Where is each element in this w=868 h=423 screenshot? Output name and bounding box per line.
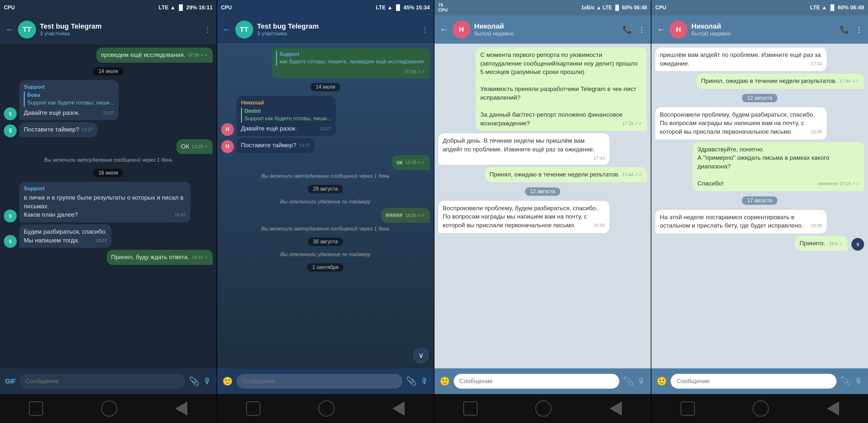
nav-circle-3[interactable]: [535, 400, 552, 417]
header-info-1: Test bug Telegram 3 участника: [40, 22, 200, 37]
back-button-3[interactable]: ←: [440, 24, 448, 35]
nav-circle-4[interactable]: [753, 400, 769, 417]
mic-icon-3[interactable]: 🎙: [637, 376, 646, 386]
sender-avatar: Н: [221, 140, 234, 153]
header-info-4: Николай был(а) недавно: [691, 22, 836, 37]
back-button-2[interactable]: ←: [222, 24, 231, 35]
nav-circle-2[interactable]: [318, 400, 335, 417]
bubble: ОК 13:29 ✓: [177, 139, 213, 154]
attach-icon-1[interactable]: 📎: [189, 376, 199, 386]
system-msg: Вы отключили удаление по таймеру: [221, 198, 430, 206]
quoted-msg: Бова Support как будете готовы, пиши...: [24, 92, 114, 107]
chat-header-2: ← TT Test bug Telegram 3 участника ⋮: [217, 16, 434, 44]
message-input-2[interactable]: [237, 374, 402, 389]
msg-time: 15:6 ✓: [829, 241, 843, 247]
msg-time: 13:27: [103, 110, 114, 116]
msg-time: 13:29 ✓: [192, 144, 208, 150]
message-input-1[interactable]: [20, 374, 185, 389]
attach-icon-4[interactable]: 📎: [840, 376, 850, 386]
date-label: 12 августа: [525, 187, 560, 196]
date-sep: 14 июля: [4, 67, 213, 75]
msg-text: На этой неделе постараемся сориентироват…: [660, 214, 803, 229]
quoted-text: Support как будете готовы, пиши...: [245, 115, 331, 122]
bubble: Принял, буду ждать ответа. 16:10 ✓: [107, 250, 213, 265]
msg-time: 13:27: [320, 126, 331, 132]
nav-square-4[interactable]: [681, 401, 695, 416]
bubble: С момента первого репорта по уязвимости …: [476, 48, 647, 131]
msg-text: Воспроизвели проблему, будем разбираться…: [660, 111, 815, 135]
back-button-4[interactable]: ←: [656, 24, 665, 35]
nav-bar-2: [217, 394, 434, 423]
messages-2: Support как будете готовы, пишите, прове…: [217, 44, 434, 368]
nav-triangle-4[interactable]: [827, 401, 839, 416]
header-info-3: Николай был(а) недавно: [474, 22, 619, 37]
more-icon-3[interactable]: ⋮: [638, 25, 646, 34]
call-icon-4[interactable]: 📞: [840, 25, 849, 34]
chat-avatar-4: Н: [670, 21, 687, 38]
msg-row: Воспроизвели проблему, будем разбираться…: [438, 201, 647, 233]
bubble: На этой неделе постараемся сориентироват…: [655, 210, 827, 233]
msg-row: Принято. 15:6 ✓ ∨: [655, 236, 864, 251]
nav-square-2[interactable]: [246, 401, 260, 416]
sticker-icon-4[interactable]: 🙂: [656, 376, 667, 386]
chat-avatar-3: Н: [453, 21, 470, 38]
bubble: ок 13:29 ✓✓: [392, 155, 430, 170]
msg-text: Принял, буду ждать ответа.: [111, 253, 189, 260]
status-right-1: LTE ▲ ▐▌ 29% 16:11: [159, 4, 213, 11]
nav-square-1[interactable]: [29, 401, 43, 416]
message-input-3[interactable]: [454, 374, 620, 389]
call-icon-3[interactable]: 📞: [622, 25, 632, 34]
nav-bar-3: [434, 394, 651, 423]
date-label: 30 августа: [308, 238, 343, 246]
msg-text: пришлём вам апдейт по проблеме. Извините…: [660, 52, 821, 67]
message-input-4[interactable]: [671, 374, 837, 389]
msg-text: Давайте ещё разок.: [24, 109, 80, 116]
nav-triangle-3[interactable]: [610, 401, 622, 416]
quoted-text: Support как будете готовы, пиши...: [27, 99, 114, 107]
scroll-down-btn[interactable]: ∨: [413, 348, 429, 363]
input-area-2: 🙂 📎 🎙: [217, 368, 434, 394]
bubble: ##### 18:09 ✓✓: [381, 208, 430, 223]
messages-1: проведем ещё исследования. 07:56 ✓✓ 14 и…: [0, 44, 217, 368]
header-info-2: Test bug Telegram 3 участника: [257, 22, 417, 37]
sticker-icon[interactable]: 🙂: [222, 376, 232, 386]
mic-icon-2[interactable]: 🎙: [420, 376, 429, 386]
date-label: 17 августа: [742, 197, 777, 205]
mic-icon-1[interactable]: 🎙: [203, 376, 212, 386]
msg-row: пришлём вам апдейт по проблеме. Извините…: [655, 48, 864, 71]
msg-text: Принял, ожидаю в течение недели рельтато…: [490, 171, 620, 178]
status-bar-2: CPU LTE ▲ ▐▌ 45% 15:34: [217, 0, 434, 16]
attach-icon-3[interactable]: 📎: [623, 376, 633, 386]
msg-time: 15:05: [811, 129, 822, 135]
more-icon-4[interactable]: ⋮: [855, 25, 863, 34]
scroll-down-btn-4[interactable]: ∨: [851, 238, 864, 251]
msg-time: 18:09 ✓✓: [405, 212, 426, 219]
nav-bar-1: [0, 394, 217, 423]
date-label: 1 сентября: [307, 263, 344, 272]
more-icon-2[interactable]: ⋮: [421, 25, 429, 34]
bubble: Принял, ожидаю в течение недели рельтато…: [485, 167, 647, 182]
system-msg: Вы отключили удаление по таймеру: [221, 250, 430, 259]
msg-row: S Поставите таймер? 13:27: [4, 122, 213, 137]
msg-text: Принято.: [800, 239, 825, 248]
attach-icon-2[interactable]: 📎: [406, 376, 416, 386]
sticker-icon-3[interactable]: 🙂: [440, 376, 450, 386]
date-sep: 1 сентября: [221, 263, 430, 272]
nav-triangle-1[interactable]: [175, 401, 187, 416]
nav-triangle-2[interactable]: [392, 401, 405, 416]
msg-row: S Support в личке и в группе были резуль…: [4, 182, 213, 222]
bubble: проведем ещё исследования. 07:56 ✓✓: [96, 48, 213, 63]
cpu-label-1: CPU: [4, 5, 15, 10]
msg-time: 16:03: [96, 238, 107, 244]
msg-time: 17:44 ✓✓: [622, 172, 642, 178]
nav-circle-1[interactable]: [101, 400, 117, 417]
gif-icon[interactable]: GIF: [5, 378, 16, 385]
date-label: 14 июля: [310, 83, 340, 91]
back-button-1[interactable]: ←: [5, 24, 14, 35]
chat-sub-3: был(а) недавно: [474, 31, 619, 37]
chat-header-3: ← Н Николай был(а) недавно 📞 ⋮: [434, 16, 651, 44]
mic-icon-4[interactable]: 🎙: [855, 376, 863, 386]
more-icon-1[interactable]: ⋮: [204, 25, 212, 34]
nav-square-3[interactable]: [463, 401, 477, 416]
screen-4: CPU LTE ▲ ▐▌ 60% 06:49 ← Н Николай был(а…: [651, 0, 868, 423]
